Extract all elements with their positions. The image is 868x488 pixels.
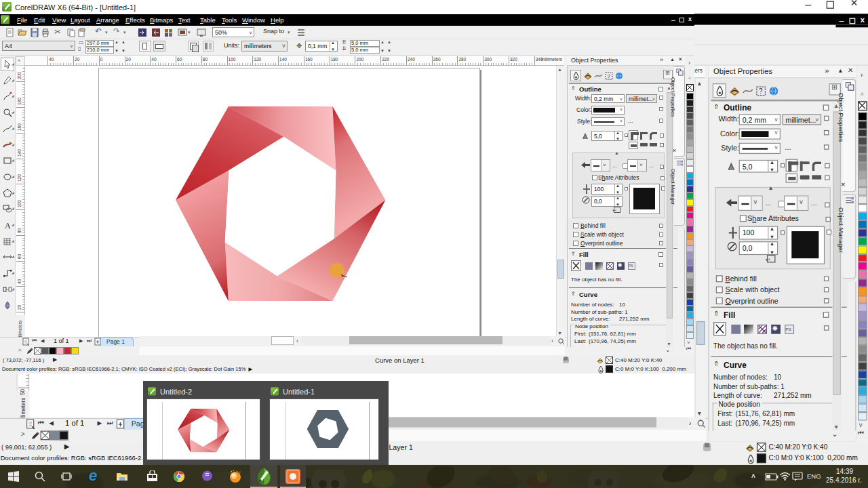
svg-text:?: ?	[759, 87, 763, 95]
svg-text:?: ?	[608, 73, 611, 79]
